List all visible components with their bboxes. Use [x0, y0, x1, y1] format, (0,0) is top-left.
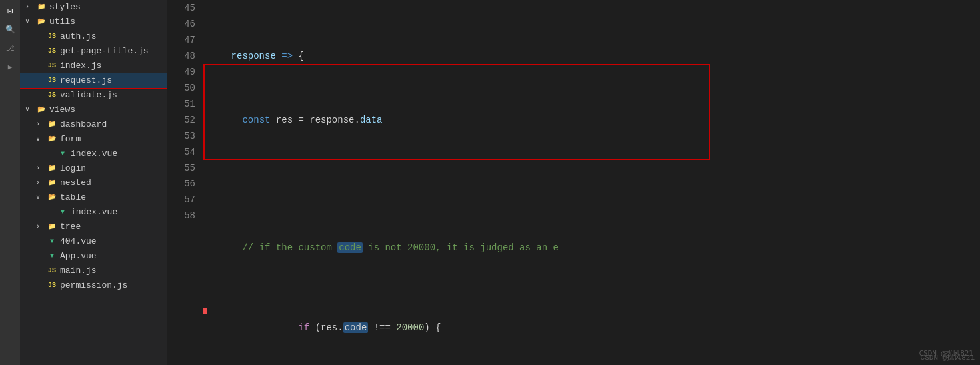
ln-50: 50	[167, 80, 195, 96]
arrow-utils: ∨	[25, 15, 36, 29]
sidebar-item-form[interactable]: ∨ 📂 form	[20, 132, 167, 147]
activity-bar: ⊡ 🔍 ⎇ ▶	[0, 0, 20, 365]
ln-58: 58	[167, 208, 195, 224]
js-index-icon: JS	[47, 61, 57, 71]
sidebar-label-dashboard: dashboard	[60, 117, 107, 132]
folder-nested-icon: 📁	[47, 178, 57, 188]
ln-47: 47	[167, 32, 195, 48]
sidebar-label-404: 404.vue	[60, 234, 97, 249]
sidebar-item-request[interactable]: JS request.js	[20, 73, 167, 88]
folder-login-icon: 📁	[47, 163, 57, 174]
folder-tree-icon: 📁	[47, 222, 57, 232]
explorer-icon[interactable]: ⊡	[2, 3, 18, 19]
sidebar-label-form: form	[60, 132, 81, 147]
sidebar-label-auth: auth.js	[60, 29, 97, 44]
sidebar-item-permission[interactable]: JS permission.js	[20, 278, 167, 293]
vue-form-icon: ▼	[57, 149, 68, 159]
folder-table-icon: 📂	[47, 192, 57, 203]
folder-dashboard-icon: 📁	[47, 119, 57, 130]
js-gpt-icon: JS	[47, 46, 57, 57]
code-lines: response => { const res = response.data …	[203, 0, 980, 365]
ln-46: 46	[167, 16, 195, 32]
js-permission-icon: JS	[47, 280, 57, 291]
sidebar-label-views: views	[49, 103, 75, 117]
sidebar-item-utils[interactable]: ∨ 📂 utils	[20, 15, 167, 29]
sidebar-item-form-index[interactable]: ▼ index.vue	[20, 147, 167, 161]
debug-icon[interactable]: ▶	[2, 59, 18, 75]
sidebar-label-form-index: index.vue	[71, 147, 117, 161]
sidebar-item-table-index[interactable]: ▼ index.vue	[20, 205, 167, 220]
sidebar-label-styles: styles	[49, 0, 81, 15]
code-editor: 45 46 47 48 49 50 51 52 53 54 55 56 57 5…	[167, 0, 980, 365]
search-icon[interactable]: 🔍	[2, 21, 18, 37]
folder-utils-icon: 📂	[36, 17, 47, 27]
ln-55: 55	[167, 160, 195, 176]
arrow-tree: ›	[36, 220, 47, 234]
ln-52: 52	[167, 112, 195, 128]
js-main-icon: JS	[47, 266, 57, 276]
code-area: 45 46 47 48 49 50 51 52 53 54 55 56 57 5…	[167, 0, 980, 365]
arrow-form: ∨	[36, 132, 47, 147]
ln-53: 53	[167, 128, 195, 144]
sidebar-item-index-js[interactable]: JS index.js	[20, 59, 167, 73]
ln-56: 56	[167, 176, 195, 192]
code-content-wrapper[interactable]: response => { const res = response.data …	[203, 0, 980, 365]
sidebar-item-styles[interactable]: › 📁 styles	[20, 0, 167, 15]
sidebar-item-404[interactable]: ▼ 404.vue	[20, 234, 167, 249]
sidebar-item-tree[interactable]: › 📁 tree	[20, 220, 167, 234]
sidebar-label-request: request.js	[60, 73, 112, 88]
sidebar-label-table: table	[60, 190, 86, 205]
arrow-table: ∨	[36, 190, 47, 205]
folder-views-icon: 📂	[36, 105, 47, 115]
folder-form-icon: 📂	[47, 134, 57, 145]
code-line-47	[209, 176, 980, 192]
arrow-login: ›	[36, 161, 47, 176]
line-numbers: 45 46 47 48 49 50 51 52 53 54 55 56 57 5…	[167, 0, 203, 365]
vue-table-icon: ▼	[57, 207, 68, 218]
sidebar-item-main[interactable]: JS main.js	[20, 264, 167, 278]
vue-app-icon: ▼	[47, 251, 57, 262]
code-line-49: if (res.code !== 20000) {	[209, 304, 980, 320]
sidebar-label-nested: nested	[60, 176, 91, 190]
watermark-text: CSDN @扰风821	[919, 348, 973, 358]
vue-404-icon: ▼	[47, 236, 57, 247]
sidebar-label-gpt: get-page-title.js	[60, 44, 149, 59]
error-dot	[203, 308, 207, 314]
ln-54: 54	[167, 144, 195, 160]
folder-styles-icon: 📁	[36, 2, 47, 13]
sidebar-label-permission: permission.js	[60, 278, 127, 293]
sidebar-label-index: index.js	[60, 59, 101, 73]
ln-57: 57	[167, 192, 195, 208]
arrow-views: ∨	[25, 103, 36, 117]
code-line-45: response => {	[209, 48, 980, 64]
sidebar-item-auth[interactable]: JS auth.js	[20, 29, 167, 44]
ln-49: 49	[167, 64, 195, 80]
arrow-nested: ›	[36, 176, 47, 190]
sidebar-label-table-index: index.vue	[71, 205, 117, 220]
sidebar-item-dashboard[interactable]: › 📁 dashboard	[20, 117, 167, 132]
file-explorer: › 📁 styles ∨ 📂 utils JS auth.js JS get-p…	[20, 0, 167, 365]
sidebar-label-login: login	[60, 161, 86, 176]
sidebar-item-validate[interactable]: JS validate.js	[20, 88, 167, 103]
js-validate-icon: JS	[47, 90, 57, 101]
js-request-icon: JS	[47, 75, 57, 86]
js-auth-icon: JS	[47, 31, 57, 42]
git-icon[interactable]: ⎇	[2, 40, 18, 56]
sidebar-label-validate: validate.js	[60, 88, 117, 103]
sidebar-label-app: App.vue	[60, 249, 97, 264]
ln-51: 51	[167, 96, 195, 112]
sidebar-item-nested[interactable]: › 📁 nested	[20, 176, 167, 190]
ln-48: 48	[167, 48, 195, 64]
sidebar-item-views[interactable]: ∨ 📂 views	[20, 103, 167, 117]
sidebar-label-utils: utils	[49, 15, 75, 29]
sidebar-label-tree: tree	[60, 220, 81, 234]
code-line-48: // if the custom code is not 20000, it i…	[209, 240, 980, 256]
code-line-46: const res = response.data	[209, 112, 980, 128]
sidebar-item-app[interactable]: ▼ App.vue	[20, 249, 167, 264]
arrow-dashboard: ›	[36, 117, 47, 132]
sidebar-item-get-page-title[interactable]: JS get-page-title.js	[20, 44, 167, 59]
sidebar-label-main: main.js	[60, 264, 97, 278]
sidebar-item-login[interactable]: › 📁 login	[20, 161, 167, 176]
arrow-styles: ›	[25, 0, 36, 15]
sidebar-item-table[interactable]: ∨ 📂 table	[20, 190, 167, 205]
